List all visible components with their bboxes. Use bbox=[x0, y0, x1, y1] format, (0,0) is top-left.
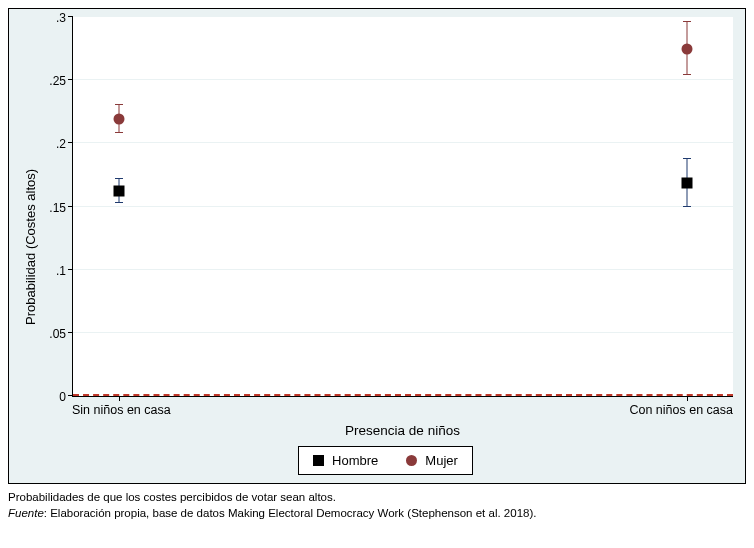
y-tick-mark bbox=[68, 79, 73, 80]
square-icon bbox=[313, 455, 324, 466]
y-tick-label: 0 bbox=[59, 390, 66, 404]
gridline bbox=[73, 332, 733, 333]
x-tick-mark bbox=[119, 396, 120, 401]
footnote-line1: Probabilidades de que los costes percibi… bbox=[8, 490, 746, 506]
y-tick-labels: 0.05.1.15.2.25.3 bbox=[38, 17, 72, 397]
circle-icon bbox=[114, 114, 125, 125]
ci-cap bbox=[683, 158, 691, 159]
y-tick-mark bbox=[68, 142, 73, 143]
x-axis-title: Presencia de niños bbox=[72, 423, 733, 438]
ci-cap bbox=[683, 206, 691, 207]
y-tick-mark bbox=[68, 269, 73, 270]
footnote-source-label: Fuente bbox=[8, 507, 44, 519]
ci-cap bbox=[683, 74, 691, 75]
gridline bbox=[73, 269, 733, 270]
y-tick-mark bbox=[68, 206, 73, 207]
legend: Hombre Mujer bbox=[298, 446, 473, 475]
y-tick-mark bbox=[68, 332, 73, 333]
y-axis-title: Probabilidad (Costes altos) bbox=[21, 17, 38, 477]
y-tick-label: .1 bbox=[56, 264, 66, 278]
x-tick-right: Con niños en casa bbox=[629, 403, 733, 417]
gridline bbox=[73, 142, 733, 143]
plot-area bbox=[72, 17, 733, 397]
legend-item-hombre: Hombre bbox=[313, 453, 378, 468]
ci-cap bbox=[115, 104, 123, 105]
legend-label-mujer: Mujer bbox=[425, 453, 458, 468]
legend-label-hombre: Hombre bbox=[332, 453, 378, 468]
y-tick-label: .25 bbox=[49, 74, 66, 88]
ci-cap bbox=[683, 21, 691, 22]
square-icon bbox=[114, 186, 125, 197]
gridline bbox=[73, 206, 733, 207]
x-tick-labels: Sin niños en casa Con niños en casa bbox=[72, 397, 733, 419]
gridline bbox=[73, 16, 733, 17]
y-tick-label: .05 bbox=[49, 327, 66, 341]
circle-icon bbox=[406, 455, 417, 466]
y-tick-label: .15 bbox=[49, 201, 66, 215]
footnote: Probabilidades de que los costes percibi… bbox=[8, 490, 746, 521]
footnote-source: Fuente: Elaboración propia, base de dato… bbox=[8, 506, 746, 522]
plot-row: 0.05.1.15.2.25.3 bbox=[38, 17, 733, 397]
circle-icon bbox=[681, 43, 692, 54]
plot-wrap: 0.05.1.15.2.25.3 Sin niños en casa Con n… bbox=[38, 17, 733, 477]
chart-area: Probabilidad (Costes altos) 0.05.1.15.2.… bbox=[21, 17, 733, 477]
x-tick-left: Sin niños en casa bbox=[72, 403, 171, 417]
chart-frame: Probabilidad (Costes altos) 0.05.1.15.2.… bbox=[8, 8, 746, 484]
legend-item-mujer: Mujer bbox=[406, 453, 458, 468]
ci-cap bbox=[115, 132, 123, 133]
footnote-source-text: : Elaboración propia, base de datos Maki… bbox=[44, 507, 537, 519]
gridline bbox=[73, 79, 733, 80]
y-tick-label: .3 bbox=[56, 11, 66, 25]
reference-line bbox=[73, 394, 733, 396]
x-tick-mark bbox=[687, 396, 688, 401]
square-icon bbox=[681, 177, 692, 188]
ci-cap bbox=[115, 178, 123, 179]
y-tick-label: .2 bbox=[56, 137, 66, 151]
ci-cap bbox=[115, 202, 123, 203]
y-tick-mark bbox=[68, 16, 73, 17]
